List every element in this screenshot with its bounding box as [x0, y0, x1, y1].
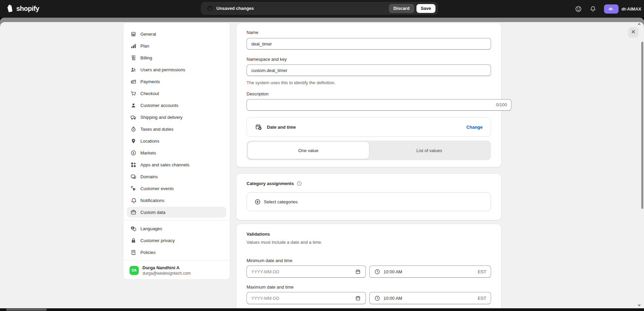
save-button[interactable]: Save [416, 4, 435, 13]
minimum-time-input[interactable]: 10:00 AM EST [369, 266, 491, 278]
sidebar-item-label: Users and permissions [140, 67, 185, 72]
sidebar-item-label: Shipping and delivery [140, 115, 182, 120]
close-settings-button[interactable] [628, 27, 639, 38]
sidebar-item-custom-data[interactable]: Custom data [127, 207, 227, 218]
info-icon[interactable] [296, 181, 302, 186]
truck-icon [130, 114, 137, 121]
document-icon [130, 249, 137, 256]
minimum-date-input[interactable] [247, 266, 366, 278]
close-icon [631, 29, 636, 36]
calendar-icon [355, 269, 361, 275]
user-name: Durga Nandhini A [142, 265, 191, 270]
percent-icon [130, 126, 137, 132]
tab-one-value[interactable]: One value [248, 142, 369, 159]
sidebar-item-taxes-duties[interactable]: Taxes and duties [127, 124, 227, 134]
change-type-link[interactable]: Change [466, 125, 483, 130]
sidebar-item-apps-sales-channels[interactable]: Apps and sales channels [127, 159, 227, 170]
sidebar-item-label: Customer accounts [140, 103, 178, 108]
store-name: dt-AIMAX [622, 6, 642, 12]
name-input[interactable] [247, 38, 491, 50]
globe-icon: $ [130, 150, 137, 156]
validations-subtitle: Values must include a date and a time. [247, 240, 322, 245]
sidebar-item-label: Taxes and duties [140, 127, 174, 132]
namespace-input[interactable] [247, 65, 491, 76]
sidebar-item-label: Payments [140, 79, 160, 84]
person-icon [130, 102, 137, 109]
sidebar-item-label: General [140, 32, 156, 37]
sidebar-item-locations[interactable]: Locations [127, 135, 227, 146]
category-assignments-title: Category assignments [247, 181, 294, 186]
namespace-label: Namespace and key [247, 57, 491, 62]
shopify-bag-icon [5, 4, 14, 13]
sidebar-item-label: Customer privacy [140, 238, 175, 243]
plus-circle-icon [254, 199, 261, 205]
tray-icon [130, 209, 137, 216]
maximum-date-label: Maximum date and time [247, 285, 491, 290]
sidebar-item-label: Custom data [140, 210, 165, 215]
minimum-date-text[interactable] [251, 269, 355, 274]
content-type-row: Date and time Change [247, 117, 491, 137]
unsaved-changes-bar: Unsaved changes Discard Save [201, 2, 438, 15]
sidebar-item-domains[interactable]: Domains [127, 171, 227, 182]
validations-card: Validations Values must include a date a… [236, 224, 501, 309]
sidebar-item-plan[interactable]: Plan [127, 40, 227, 51]
minimum-time-value: 10:00 AM [384, 269, 478, 274]
definition-card: Name Namespace and key The system uses t… [236, 23, 501, 167]
sidebar-divider [123, 220, 230, 220]
top-bar: shopify Unsaved changes Discard Save dt-… [0, 0, 644, 18]
maximum-date-row: 10:00 AM EST [247, 292, 491, 304]
sidebar-item-label: Languages [140, 226, 162, 231]
store-menu[interactable]: dt- dt-AIMAX [604, 4, 642, 14]
sidebar-item-label: Billing [140, 55, 152, 60]
scrollbar-thumb[interactable] [641, 42, 643, 209]
notifications-bell-icon[interactable] [589, 5, 597, 13]
sidebar-item-customer-events[interactable]: Customer events [127, 183, 227, 194]
description-input[interactable] [247, 99, 511, 111]
sidebar-item-label: Domains [140, 174, 158, 179]
translate-icon: A [130, 225, 137, 232]
topbar-right-cluster: dt- dt-AIMAX [575, 0, 642, 18]
maximum-date-text[interactable] [251, 296, 355, 301]
bottom-edge-bar [0, 308, 644, 311]
unsaved-changes-label: Unsaved changes [216, 6, 389, 11]
namespace-help-text: The system uses this to identify the def… [247, 80, 335, 85]
sidekick-icon[interactable] [575, 5, 582, 13]
store-icon [130, 31, 137, 37]
maximum-date-input[interactable] [247, 292, 366, 304]
screen: shopify Unsaved changes Discard Save dt-… [0, 0, 644, 311]
apps-icon [130, 162, 137, 168]
settings-modal: GeneralPlanBillingUsers and permissionsP… [0, 22, 644, 308]
sidebar-item-checkout[interactable]: Checkout [127, 88, 227, 99]
users-icon [130, 67, 137, 73]
validations-title: Validations [247, 232, 270, 237]
shopify-logo[interactable]: shopify [5, 4, 39, 13]
sidebar-item-markets[interactable]: $Markets [127, 147, 227, 158]
sidebar-item-languages[interactable]: ALanguages [127, 223, 227, 234]
discard-button[interactable]: Discard [389, 4, 414, 13]
sidebar-item-label: Customer events [140, 186, 174, 191]
sidebar-item-payments[interactable]: Payments [127, 76, 227, 87]
sidebar-item-policies[interactable]: Policies [127, 247, 227, 258]
category-assignments-card: Category assignments Select categories [236, 174, 501, 220]
bottom-bar-segment [6, 309, 47, 311]
bell-icon [130, 197, 137, 204]
sidebar-item-customer-accounts[interactable]: Customer accounts [127, 100, 227, 111]
sidebar-item-notifications[interactable]: Notifications [127, 195, 227, 206]
scrollbar-up-arrow[interactable] [638, 23, 641, 25]
sidebar-item-billing[interactable]: Billing [127, 52, 227, 63]
sidebar-item-shipping-delivery[interactable]: Shipping and delivery [127, 112, 227, 123]
description-label: Description [247, 91, 491, 96]
sidebar-item-users-permissions[interactable]: Users and permissions [127, 64, 227, 75]
sidebar-item-general[interactable]: General [127, 29, 227, 39]
sidebar-user-section[interactable]: DA Durga Nandhini A durga@wedesigntech.c… [123, 260, 230, 276]
scrollbar-down-arrow[interactable] [638, 305, 641, 307]
tab-list-of-values[interactable]: List of values [369, 142, 490, 159]
sidebar-item-label: Apps and sales channels [140, 162, 190, 167]
lock-icon [130, 237, 137, 244]
shopify-wordmark: shopify [16, 5, 39, 13]
user-avatar: DA [130, 266, 139, 275]
maximum-time-input[interactable]: 10:00 AM EST [369, 292, 491, 304]
sidebar-item-customer-privacy[interactable]: Customer privacy [127, 235, 227, 246]
select-categories-button[interactable]: Select categories [247, 192, 491, 211]
cart-icon [130, 90, 137, 97]
